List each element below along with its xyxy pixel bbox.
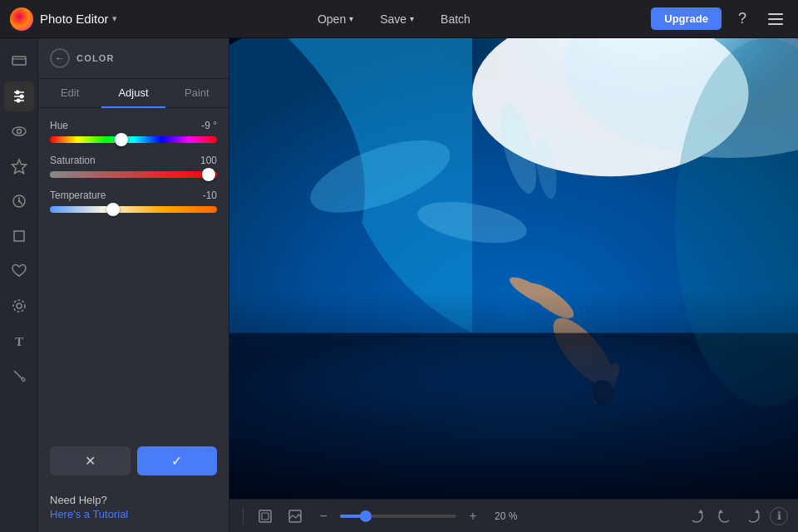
help-section: Need Help? Here's a Tutorial	[38, 487, 229, 532]
svg-point-17	[17, 200, 20, 203]
undo-icon	[717, 509, 732, 524]
apply-button[interactable]: ✓	[137, 446, 218, 475]
separator-left	[243, 508, 244, 525]
svg-rect-2	[768, 23, 783, 25]
canvas-icon	[288, 509, 303, 524]
photo-svg	[229, 38, 798, 499]
svg-marker-13	[12, 160, 26, 174]
temperature-label-row: Temperature -10	[50, 190, 217, 201]
svg-point-10	[16, 99, 20, 103]
sidebar-item-layers[interactable]	[4, 47, 34, 76]
svg-marker-43	[698, 510, 703, 513]
hamburger-icon	[768, 13, 783, 25]
svg-line-22	[14, 371, 22, 379]
svg-marker-45	[755, 510, 760, 513]
sidebar-item-crop[interactable]	[4, 221, 34, 251]
svg-rect-18	[14, 231, 24, 241]
zoom-slider[interactable]	[340, 515, 456, 518]
right-actions: Upgrade ?	[651, 7, 788, 32]
menu-button[interactable]	[763, 7, 788, 32]
sidebar-item-tools[interactable]	[4, 186, 34, 216]
undo-button[interactable]	[713, 505, 736, 528]
bottom-bar: − + 20 %	[229, 499, 798, 532]
svg-point-36	[592, 380, 614, 406]
temperature-label: Temperature	[50, 190, 106, 201]
bottom-right-icons: ℹ	[685, 505, 788, 528]
temperature-gradient-track	[50, 206, 217, 213]
cancel-button[interactable]: ✕	[50, 446, 131, 475]
tab-edit[interactable]: Edit	[38, 79, 101, 107]
temperature-value: -10	[203, 190, 217, 201]
svg-point-19	[17, 303, 22, 308]
canvas-area: − + 20 %	[229, 38, 798, 532]
canvas-main	[229, 38, 798, 499]
help-button[interactable]: ?	[730, 7, 755, 32]
layers-icon	[11, 53, 27, 70]
star-icon	[11, 158, 27, 175]
icon-sidebar: T	[0, 38, 38, 532]
photo-display	[229, 38, 798, 499]
eye-icon	[11, 123, 27, 140]
sidebar-item-heart[interactable]	[4, 256, 34, 286]
hue-track[interactable]	[50, 136, 217, 143]
saturation-gradient-track	[50, 171, 217, 178]
hue-label-row: Hue -9 °	[50, 120, 217, 131]
svg-text:T: T	[15, 335, 23, 348]
app-title-dropdown-icon[interactable]: ▾	[112, 13, 117, 24]
crop-icon	[11, 228, 27, 244]
svg-point-20	[13, 300, 25, 312]
info-button[interactable]: ℹ	[770, 507, 788, 525]
svg-point-11	[12, 127, 26, 135]
topbar: Photo Editor ▾ Open ▾ Save ▾ Batch Upgra…	[0, 0, 798, 38]
save-button[interactable]: Save ▾	[367, 7, 427, 31]
zoom-thumb[interactable]	[360, 510, 372, 522]
saturation-track[interactable]	[50, 171, 217, 178]
svg-rect-40	[259, 510, 271, 522]
svg-rect-23	[21, 377, 25, 382]
action-buttons: ✕ ✓	[50, 446, 217, 475]
redo-icon	[746, 509, 761, 524]
tab-adjust[interactable]: Adjust	[101, 79, 165, 108]
saturation-value: 100	[200, 155, 217, 166]
svg-marker-44	[718, 510, 723, 513]
hue-label: Hue	[50, 120, 68, 131]
sidebar-item-adjustments[interactable]	[4, 81, 34, 111]
sidebar-item-brush[interactable]	[4, 361, 34, 391]
hue-thumb[interactable]	[115, 133, 128, 146]
saturation-label: Saturation	[50, 155, 96, 166]
temperature-slider-group: Temperature -10	[50, 190, 217, 213]
redo-button[interactable]	[741, 505, 765, 528]
zoom-in-button[interactable]: +	[463, 506, 483, 526]
canvas-view-button[interactable]	[283, 505, 307, 528]
open-button[interactable]: Open ▾	[304, 7, 367, 31]
saturation-thumb[interactable]	[202, 168, 215, 181]
svg-rect-37	[229, 333, 798, 499]
sidebar-item-favorites[interactable]	[4, 151, 34, 181]
hue-slider-group: Hue -9 °	[50, 120, 217, 143]
svg-point-8	[19, 95, 23, 99]
brush-icon	[11, 367, 27, 384]
temperature-track[interactable]	[50, 206, 217, 213]
rotate-cw-icon	[689, 509, 704, 524]
back-button[interactable]: ←	[50, 48, 70, 68]
panel-header: ← COLOR	[38, 38, 229, 79]
zoom-out-button[interactable]: −	[313, 506, 333, 526]
svg-point-32	[544, 309, 623, 394]
svg-rect-0	[768, 13, 783, 15]
adjustments-icon	[11, 88, 27, 105]
saturation-slider-group: Saturation 100	[50, 155, 217, 178]
sidebar-item-view[interactable]	[4, 116, 34, 146]
upgrade-button[interactable]: Upgrade	[651, 7, 722, 30]
fit-frame-button[interactable]	[254, 505, 277, 528]
help-link[interactable]: Here's a Tutorial	[50, 508, 217, 520]
app-title: Photo Editor	[40, 12, 109, 26]
temperature-thumb[interactable]	[106, 203, 120, 216]
sidebar-item-text[interactable]: T	[4, 326, 34, 356]
hue-value: -9 °	[201, 120, 217, 131]
sidebar-item-settings[interactable]	[4, 291, 34, 321]
svg-point-12	[17, 130, 21, 134]
tab-paint[interactable]: Paint	[165, 79, 229, 107]
batch-button[interactable]: Batch	[427, 7, 484, 31]
rotate-cw-button[interactable]	[685, 505, 708, 528]
svg-point-35	[587, 360, 624, 408]
